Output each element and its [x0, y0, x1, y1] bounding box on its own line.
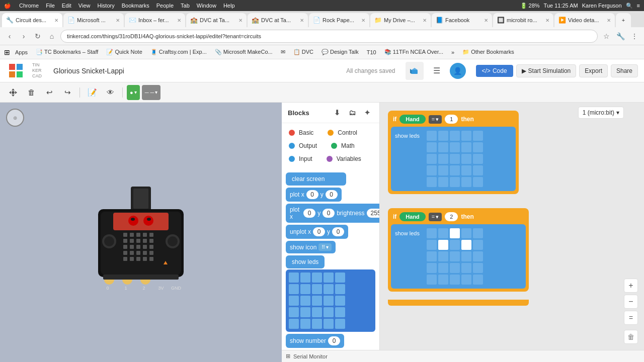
bookmark-11tfn[interactable]: 📚 11TFn NCEA Over...: [381, 48, 446, 56]
b2-11[interactable]: [438, 251, 448, 261]
b2-14[interactable]: [473, 251, 483, 261]
block-show-icon[interactable]: show icon ⠿ ▾: [286, 241, 375, 253]
b1-3[interactable]: [461, 131, 471, 141]
list-view-button[interactable]: ☰: [428, 62, 446, 80]
menu-tab[interactable]: Tab: [181, 3, 190, 9]
tab-dvc2[interactable]: 🏫 DVC at Ta... ✕: [248, 13, 308, 27]
b2-20[interactable]: [427, 275, 437, 285]
led-1-4[interactable]: [335, 284, 345, 294]
menu-history[interactable]: History: [97, 3, 114, 9]
b1-8[interactable]: [461, 142, 471, 152]
led-0-4[interactable]: [335, 273, 345, 283]
led-2-1[interactable]: [300, 296, 310, 306]
brightness-value[interactable]: 255: [367, 209, 379, 218]
address-bar[interactable]: tinkercad.com/things/31roDB1I4AQ-gloriou…: [60, 30, 598, 43]
b2-7[interactable]: [450, 240, 460, 250]
led-1-0[interactable]: [289, 284, 299, 294]
serial-monitor-bar[interactable]: ⊞ Serial Monitor: [282, 350, 644, 362]
b1-5[interactable]: [427, 142, 437, 152]
block-show-number[interactable]: show number 0: [286, 334, 375, 348]
tab-close-ms[interactable]: ✕: [116, 18, 120, 23]
leds-grid-1[interactable]: [427, 131, 483, 187]
b1-7[interactable]: [450, 142, 460, 152]
bookmark-gmail[interactable]: ✉: [278, 48, 288, 56]
led-4-4[interactable]: [335, 319, 345, 329]
plotb-x-value[interactable]: 0: [303, 209, 315, 218]
undo-button[interactable]: ↩: [41, 85, 57, 100]
b2-24[interactable]: [473, 275, 483, 285]
hand-badge-2[interactable]: Hand: [399, 212, 426, 221]
reload-button[interactable]: ↻: [32, 31, 43, 42]
led-3-0[interactable]: [289, 307, 299, 317]
user-avatar-button[interactable]: 👤: [450, 63, 466, 79]
block-plot-x[interactable]: plot x 0 y 0: [286, 188, 375, 202]
plot-y-value[interactable]: 0: [326, 190, 338, 199]
b1-23[interactable]: [461, 177, 471, 187]
settings-icon[interactable]: ✦: [361, 107, 373, 119]
b1-20[interactable]: [427, 177, 437, 187]
simulate-button[interactable]: ▶ Start Simulation: [516, 64, 577, 77]
b1-19[interactable]: [473, 165, 483, 175]
canvas-compass[interactable]: ⊕: [6, 109, 24, 127]
equals-dropdown-2[interactable]: = ▾: [429, 213, 442, 221]
category-basic[interactable]: Basic Control: [286, 127, 375, 138]
canvas-area[interactable]: ⊕: [0, 103, 282, 362]
tab-close-inbox[interactable]: ✕: [177, 18, 181, 23]
serial-monitor-label[interactable]: Serial Monitor: [293, 353, 328, 359]
menu-edit[interactable]: Edit: [62, 3, 71, 9]
code-canvas[interactable]: if Hand = ▾ 1 then: [380, 103, 644, 320]
menu-file[interactable]: File: [46, 3, 55, 9]
b1-22[interactable]: [450, 177, 460, 187]
b1-16[interactable]: [438, 165, 448, 175]
tab-inbox[interactable]: ✉️ Inbox – fer... ✕: [125, 13, 185, 27]
plotb-y-value[interactable]: 0: [323, 209, 335, 218]
b1-24[interactable]: [473, 177, 483, 187]
tab-video[interactable]: ▶️ Video deta... ✕: [554, 13, 615, 27]
b2-9[interactable]: [473, 240, 483, 250]
back-button[interactable]: ‹: [4, 31, 15, 42]
category-output[interactable]: Output Math: [286, 140, 375, 151]
b2-22[interactable]: [450, 275, 460, 285]
led-2-3[interactable]: [324, 296, 334, 306]
led-0-1[interactable]: [300, 273, 310, 283]
forward-button[interactable]: ›: [18, 31, 29, 42]
tab-microsoft[interactable]: 📄 Microsoft ... ✕: [63, 13, 124, 27]
bookmark-design-talk[interactable]: 💬 Design Talk: [318, 48, 362, 56]
bookmark-quick-note[interactable]: 📝 Quick Note: [103, 48, 145, 56]
zoom-out-button[interactable]: −: [624, 295, 638, 309]
block-unplot-x[interactable]: unplot x 0 y 0: [286, 225, 375, 239]
led-2-2[interactable]: [312, 296, 322, 306]
menu-people[interactable]: People: [156, 3, 174, 9]
blocks-editor[interactable]: 1 (micro:bit) ▾ if Hand: [380, 103, 644, 350]
b1-13[interactable]: [461, 154, 471, 164]
tab-close-dvc1[interactable]: ✕: [238, 18, 243, 23]
tab-close-circuit[interactable]: ✕: [54, 18, 58, 23]
notes-button[interactable]: 📝: [84, 85, 100, 100]
b2-0[interactable]: [427, 228, 437, 238]
b2-4[interactable]: [473, 228, 483, 238]
b1-9[interactable]: [473, 142, 483, 152]
share-button[interactable]: Share: [611, 64, 638, 77]
led-1-2[interactable]: [312, 284, 322, 294]
line-style-button[interactable]: ─ ─ ▾: [142, 85, 161, 100]
led-0-3[interactable]: [324, 273, 334, 283]
zoom-fit-button[interactable]: =: [624, 311, 638, 325]
bookmark-more[interactable]: »: [448, 48, 457, 56]
led-3-3[interactable]: [324, 307, 334, 317]
bookmark-t10[interactable]: T10: [364, 48, 379, 56]
b2-3[interactable]: [461, 228, 471, 238]
icon-dropdown[interactable]: ⠿ ▾: [318, 243, 332, 251]
menu-help[interactable]: Help: [223, 3, 235, 9]
b2-15[interactable]: [427, 263, 437, 273]
tab-close-dvc2[interactable]: ✕: [300, 18, 304, 23]
led-2-4[interactable]: [335, 296, 345, 306]
b1-14[interactable]: [473, 154, 483, 164]
new-tab-button[interactable]: +: [616, 13, 631, 27]
category-input[interactable]: Input Variables: [286, 153, 375, 164]
b1-0[interactable]: [427, 131, 437, 141]
tab-close-drive[interactable]: ✕: [423, 18, 427, 23]
b2-8[interactable]: [461, 240, 471, 250]
tab-microbit[interactable]: 🔲 microbit ro... ✕: [493, 13, 553, 27]
3d-view-button[interactable]: [406, 62, 424, 80]
home-button[interactable]: ⌂: [46, 31, 57, 42]
